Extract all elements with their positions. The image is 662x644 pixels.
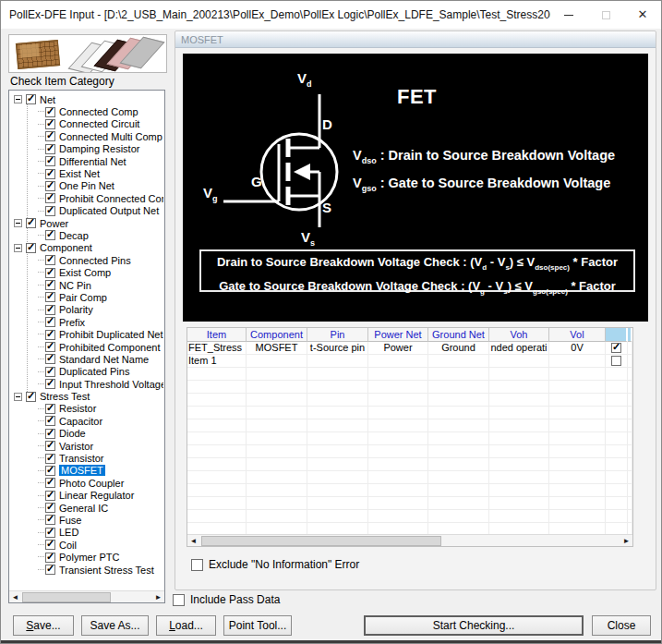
tree-item-varistor[interactable]: Varistor: [10, 440, 163, 452]
tree-item-label[interactable]: One Pin Net: [59, 180, 114, 191]
checkbox-icon[interactable]: [26, 392, 36, 402]
checkbox-icon[interactable]: [611, 356, 621, 366]
checkbox-icon[interactable]: [45, 193, 55, 203]
tree-item-label[interactable]: Net: [40, 94, 55, 105]
include-pass-data-checkbox[interactable]: Include Pass Data: [173, 593, 280, 606]
checkbox-icon[interactable]: [45, 292, 55, 302]
column-header-pin[interactable]: Pin: [307, 328, 368, 342]
checkbox-icon[interactable]: [45, 181, 55, 191]
tree-item-one-pin-net[interactable]: One Pin Net: [10, 180, 163, 192]
table-cell[interactable]: [549, 355, 606, 368]
table-cell[interactable]: t-Source pin: [307, 342, 368, 355]
edge-column-header[interactable]: [628, 328, 632, 342]
checkbox-icon[interactable]: [191, 559, 203, 571]
tree-item-duplicated-output-net[interactable]: Duplicated Output Net: [10, 205, 163, 217]
table-cell[interactable]: FET_Stress: [187, 342, 247, 355]
checkbox-icon[interactable]: [45, 429, 55, 439]
checkbox-icon[interactable]: [45, 255, 55, 265]
table-cell[interactable]: [247, 355, 307, 368]
minimize-button[interactable]: [550, 1, 587, 29]
tree-item-label[interactable]: Damping Resistor: [59, 143, 139, 154]
tree-item-label[interactable]: Capacitor: [59, 416, 102, 427]
tree-item-capacitor[interactable]: Capacitor: [10, 415, 163, 427]
check-column-header[interactable]: [606, 328, 628, 342]
table-cell[interactable]: Ground: [428, 342, 489, 355]
tree-item-general-ic[interactable]: General IC: [10, 502, 163, 514]
tree-item-label[interactable]: Transistor: [59, 453, 104, 464]
checkbox-icon[interactable]: [45, 305, 55, 315]
checkbox-icon[interactable]: [45, 404, 55, 414]
tree-item-label[interactable]: General IC: [59, 503, 108, 514]
checkbox-icon[interactable]: [45, 330, 55, 340]
checkbox-icon[interactable]: [45, 342, 55, 352]
checkbox-icon[interactable]: [45, 553, 55, 563]
tree-item-damping-resistor[interactable]: Damping Resistor: [10, 143, 163, 155]
tree-item-exist-comp[interactable]: Exist Comp: [10, 266, 163, 278]
tree-item-input-threshold-voltage[interactable]: Input Threshold Voltage: [10, 378, 163, 390]
tree-item-label[interactable]: Decap: [59, 230, 89, 241]
checkbox-icon[interactable]: [26, 218, 36, 228]
tree-item-component[interactable]: Component: [10, 242, 163, 254]
table-horizontal-scrollbar[interactable]: ◄ ►: [187, 534, 632, 546]
tree-item-label[interactable]: Component: [40, 242, 92, 253]
tree-item-standard-net-name[interactable]: Standard Net Name: [10, 353, 163, 365]
collapse-icon[interactable]: [14, 95, 22, 103]
column-header-component[interactable]: Component: [247, 328, 307, 342]
tree-item-transistor[interactable]: Transistor: [10, 452, 163, 464]
load-button[interactable]: Load...: [156, 615, 216, 636]
tree-item-diode[interactable]: Diode: [10, 428, 163, 440]
checkbox-icon[interactable]: [173, 594, 185, 606]
checkbox-icon[interactable]: [45, 169, 55, 179]
tree-item-label[interactable]: Prohibit Connected Comp: [59, 193, 163, 204]
table-row[interactable]: FET_StressMOSFETt-Source pinPowerGroundn…: [187, 342, 632, 355]
scroll-right-icon[interactable]: ►: [620, 535, 632, 547]
checkbox-icon[interactable]: [45, 528, 55, 538]
tree-item-label[interactable]: Input Threshold Voltage: [59, 379, 163, 390]
tree-item-photo-coupler[interactable]: Photo Coupler: [10, 477, 163, 489]
table-cell[interactable]: [428, 355, 489, 368]
table-check-cell[interactable]: [606, 355, 628, 368]
checkbox-icon[interactable]: [26, 243, 36, 253]
table-cell[interactable]: Item 1: [187, 355, 247, 368]
tree-item-label[interactable]: Prefix: [59, 317, 85, 328]
tree-item-nc-pin[interactable]: NC Pin: [10, 279, 163, 291]
table-cell[interactable]: 0V: [549, 342, 606, 355]
checkbox-icon[interactable]: [45, 107, 55, 117]
tree-item-label[interactable]: Exist Comp: [59, 267, 111, 278]
tree-horizontal-scrollbar[interactable]: ◄ ►: [9, 590, 164, 602]
tree-item-label[interactable]: Polarity: [59, 304, 93, 315]
collapse-icon[interactable]: [14, 393, 22, 401]
collapse-icon[interactable]: [14, 244, 22, 252]
tree-item-label[interactable]: Pair Comp: [59, 292, 107, 303]
tree-item-polarity[interactable]: Polarity: [10, 304, 163, 316]
tree-item-fuse[interactable]: Fuse: [10, 514, 163, 526]
tree-item-label[interactable]: LED: [59, 527, 78, 538]
scroll-left-icon[interactable]: ◄: [187, 535, 199, 547]
checkbox-icon[interactable]: [611, 343, 621, 353]
tree-item-prohibit-connected-comp[interactable]: Prohibit Connected Comp: [10, 192, 163, 204]
tree-item-exist-net[interactable]: Exist Net: [10, 167, 163, 179]
checkbox-icon[interactable]: [45, 379, 55, 389]
checkbox-icon[interactable]: [45, 230, 55, 240]
scroll-right-icon[interactable]: ►: [152, 591, 164, 603]
tree-item-label[interactable]: Differential Net: [59, 156, 126, 167]
start-checking-button[interactable]: Start Checking...: [364, 615, 584, 636]
tree-item-power[interactable]: Power: [10, 217, 163, 229]
tree-item-label[interactable]: Polymer PTC: [59, 552, 119, 563]
table-check-cell[interactable]: [606, 342, 628, 355]
tree-item-label[interactable]: Resistor: [59, 403, 96, 414]
tree-item-label[interactable]: Power: [40, 218, 68, 229]
tree-item-coil[interactable]: Coil: [10, 539, 163, 551]
checkbox-icon[interactable]: [45, 156, 55, 166]
checkbox-icon[interactable]: [45, 416, 55, 426]
tree-item-label[interactable]: Standard Net Name: [59, 354, 149, 365]
tree-item-prohibited-component[interactable]: Prohibited Component: [10, 341, 163, 353]
checkbox-icon[interactable]: [45, 478, 55, 488]
point-tool-button[interactable]: Point Tool...: [223, 615, 292, 636]
tree-item-pair-comp[interactable]: Pair Comp: [10, 291, 163, 303]
tree-item-label[interactable]: Connected Pins: [59, 255, 131, 266]
tree-item-label[interactable]: Connected Circuit: [59, 118, 139, 129]
tree-item-label[interactable]: Duplicated Output Net: [59, 205, 159, 216]
table-cell[interactable]: [307, 355, 368, 368]
checkbox-icon[interactable]: [45, 280, 55, 290]
